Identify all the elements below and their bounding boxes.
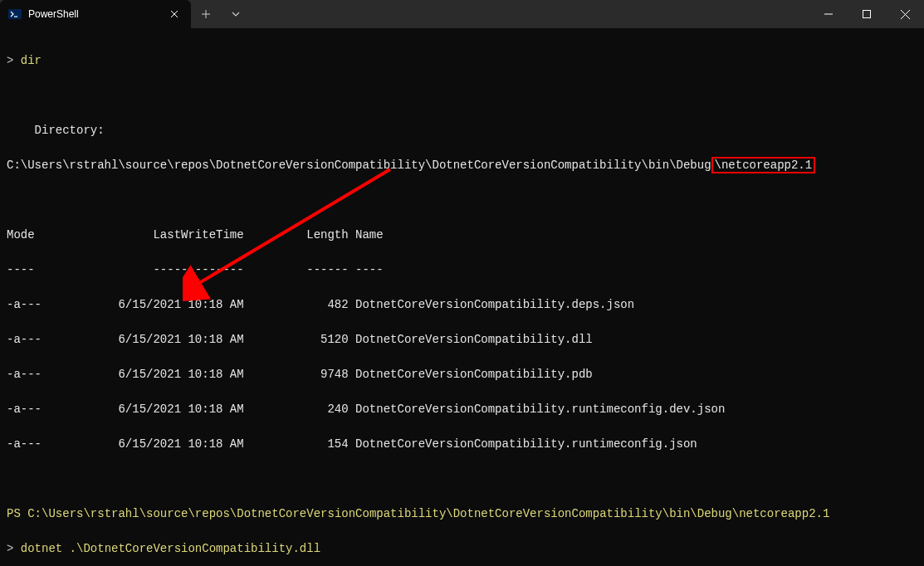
table-row: -a--- 6/15/2021 10:18 AM 482 DotnetCoreV…	[7, 296, 917, 314]
new-tab-button[interactable]	[191, 0, 221, 28]
prompt-marker: >	[7, 542, 13, 555]
window-controls	[809, 0, 924, 28]
table-divider: ---- ------------- ------ ----	[7, 261, 917, 279]
tab-title: PowerShell	[28, 8, 159, 20]
ps-prompt-line: PS C:\Users\rstrahl\source\repos\DotnetC…	[7, 505, 917, 523]
table-header: Mode LastWriteTime Length Name	[7, 227, 917, 244]
ps-path: C:\Users\rstrahl\source\repos\DotnetCore…	[27, 507, 829, 520]
command-text: dir	[21, 54, 42, 67]
svg-rect-7	[863, 11, 871, 18]
table-row: -a--- 6/15/2021 10:18 AM 5120 DotnetCore…	[7, 331, 917, 349]
prompt-marker: >	[7, 54, 13, 67]
minimize-button[interactable]	[809, 0, 848, 28]
tab-close-button[interactable]	[166, 6, 183, 22]
terminal-output[interactable]: > dir Directory: C:\Users\rstrahl\source…	[0, 28, 924, 566]
table-row: -a--- 6/15/2021 10:18 AM 9748 DotnetCore…	[7, 366, 917, 383]
powershell-icon	[8, 7, 22, 21]
directory-label: Directory:	[7, 122, 917, 139]
svg-rect-0	[8, 9, 22, 19]
command-text: dotnet .\DotnetCoreVersionCompatibility.…	[21, 542, 320, 555]
tab-powershell[interactable]: PowerShell	[0, 0, 191, 28]
ps-prefix: PS	[7, 507, 27, 520]
prompt-line: > dotnet .\DotnetCoreVersionCompatibilit…	[7, 540, 917, 558]
table-row: -a--- 6/15/2021 10:18 AM 240 DotnetCoreV…	[7, 401, 917, 418]
tab-actions	[191, 0, 251, 28]
close-button[interactable]	[886, 0, 924, 28]
prompt-line: > dir	[7, 52, 917, 70]
highlighted-path-segment: \netcoreapp2.1	[711, 157, 816, 173]
directory-path-line: C:\Users\rstrahl\source\repos\DotnetCore…	[7, 157, 917, 174]
maximize-button[interactable]	[848, 0, 886, 28]
tab-dropdown-button[interactable]	[221, 0, 251, 28]
titlebar: PowerShell	[0, 0, 924, 28]
table-row: -a--- 6/15/2021 10:18 AM 154 DotnetCoreV…	[7, 436, 917, 453]
directory-path-prefix: C:\Users\rstrahl\source\repos\DotnetCore…	[7, 159, 711, 172]
